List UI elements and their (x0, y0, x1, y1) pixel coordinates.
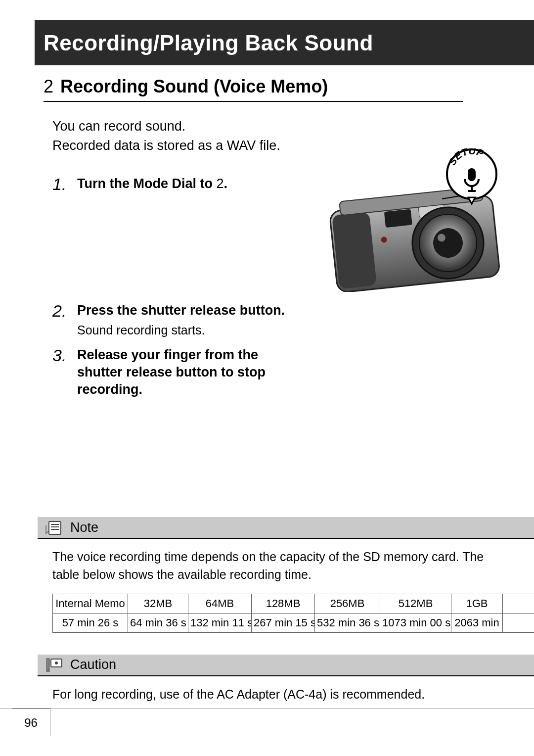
page-title-bar: Recording/Playing Back Sound (35, 20, 534, 65)
caution-text: For long recording, use of the AC Adapte… (52, 685, 492, 703)
step-number: 1 (52, 175, 77, 193)
table-header-cell: 256MB (315, 594, 380, 613)
table-header-row: Internal Memo 32MB 64MB 128MB 256MB 512M… (53, 594, 534, 613)
step-2: 2 Press the shutter release button. Soun… (52, 302, 478, 337)
step-heading: Turn the Mode Dial to 2. (77, 175, 478, 192)
manual-page: Recording/Playing Back Sound 2 Recording… (0, 0, 534, 756)
step-1: 1 Turn the Mode Dial to 2. (52, 175, 478, 193)
table-header-cell: 64MB (188, 594, 252, 613)
steps-list: 1 Turn the Mode Dial to 2. 2 Press the s… (52, 175, 478, 398)
table-cell: 1073 min 00 s (380, 613, 451, 632)
table-cell: 532 min 36 s (315, 613, 380, 632)
svg-rect-16 (49, 521, 61, 534)
caution-icon (43, 656, 65, 674)
table-header-cell (503, 594, 534, 613)
step-number: 3 (52, 346, 77, 365)
note-text: The voice recording time depends on the … (52, 548, 492, 584)
note-label: Note (70, 520, 98, 535)
caution-bar: Caution (38, 655, 534, 676)
step-heading: Press the shutter release button. (77, 302, 478, 319)
section-heading: 2 Recording Sound (Voice Memo) (44, 76, 463, 102)
table-header-cell: 1GB (451, 594, 503, 613)
table-cell: 64 min 36 s (128, 613, 188, 632)
table-header-cell: Internal Memo (53, 594, 128, 613)
step-3: 3 Release your finger from the shutter r… (52, 346, 478, 398)
table-row: 57 min 26 s 64 min 36 s 132 min 11 s 267… (53, 613, 534, 632)
footer-divider (0, 708, 534, 709)
table-cell: 57 min 26 s (53, 613, 128, 632)
table-header-cell: 512MB (380, 594, 451, 613)
table-header-cell: 128MB (252, 594, 315, 613)
caution-label: Caution (70, 657, 116, 672)
step-heading: Release your finger from the shutter rel… (77, 346, 290, 398)
step-number: 2 (52, 302, 77, 320)
table-cell: 2063 min (451, 613, 503, 632)
table-header-cell: 32MB (128, 594, 188, 613)
page-number: 96 (12, 709, 50, 736)
recording-time-table: Internal Memo 32MB 64MB 128MB 256MB 512M… (52, 594, 534, 633)
step-subtext: Sound recording starts. (77, 323, 478, 337)
table-cell (503, 613, 534, 632)
section-title: Recording Sound (Voice Memo) (60, 76, 328, 97)
table-cell: 267 min 15 s (252, 613, 315, 632)
note-bar: Note (38, 517, 534, 539)
page-title: Recording/Playing Back Sound (44, 31, 373, 55)
table-cell: 132 min 11 s (188, 613, 252, 632)
svg-point-21 (55, 662, 58, 664)
section-marker: 2 (44, 76, 60, 97)
note-icon (43, 519, 65, 536)
intro-line-1: You can record sound. (52, 117, 428, 136)
